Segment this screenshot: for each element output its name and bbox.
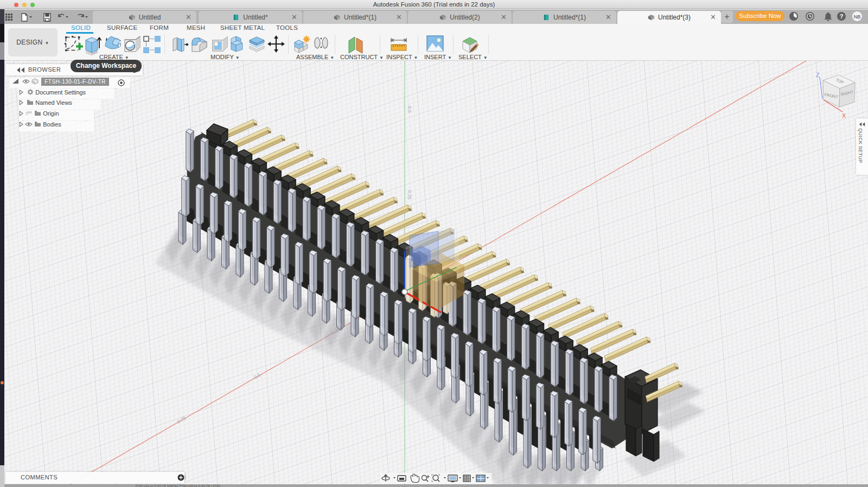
svg-text:Z: Z: [816, 72, 820, 78]
svg-text:0.5: 0.5: [407, 106, 412, 113]
svg-text:X: X: [842, 112, 846, 119]
svg-text:NB: NB: [854, 14, 861, 20]
svg-text:0.25: 0.25: [407, 190, 412, 200]
svg-text:?: ?: [840, 13, 844, 20]
